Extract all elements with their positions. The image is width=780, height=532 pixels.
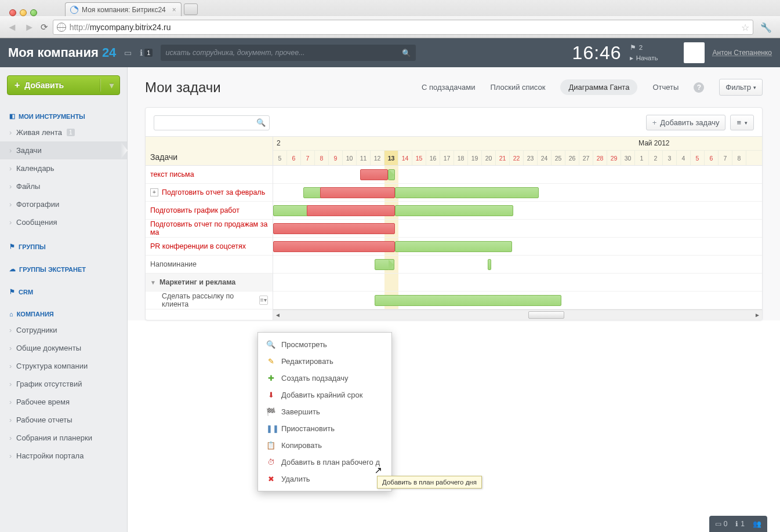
task-row[interactable]: Сделать рассылку по клиента≡▾ bbox=[146, 291, 273, 309]
tab-reports[interactable]: Отчеты bbox=[652, 83, 679, 92]
footer-info[interactable]: ℹ 1 bbox=[735, 520, 745, 528]
forward-icon[interactable]: ► bbox=[23, 21, 36, 34]
new-tab-button[interactable] bbox=[184, 3, 198, 15]
context-menu-item[interactable]: ✚Создать подзадачу bbox=[258, 370, 391, 387]
sidebar-item-structure[interactable]: Структура компании bbox=[0, 357, 127, 375]
sidebar-item-messages[interactable]: Сообщения bbox=[0, 213, 127, 231]
collapse-icon[interactable]: ▼ bbox=[150, 279, 156, 286]
close-window-icon[interactable] bbox=[9, 9, 16, 16]
maximize-window-icon[interactable] bbox=[30, 9, 37, 16]
gantt-bar[interactable] bbox=[375, 259, 394, 270]
day-cell: 8 bbox=[315, 151, 329, 165]
gantt-bar[interactable] bbox=[395, 187, 539, 198]
avatar[interactable] bbox=[684, 42, 705, 63]
add-task-button[interactable]: +Добавить задачу bbox=[646, 115, 726, 130]
context-menu-item[interactable]: ✎Редактировать bbox=[258, 353, 391, 370]
back-icon[interactable]: ◄ bbox=[6, 21, 19, 34]
footer-people-icon[interactable]: 👥 bbox=[753, 520, 761, 528]
browser-tab[interactable]: Моя компания: Битрикс24 × bbox=[65, 2, 182, 16]
filter-button[interactable]: Фильтр▾ bbox=[719, 79, 763, 96]
gantt-bar[interactable] bbox=[273, 205, 310, 216]
row-menu-icon[interactable]: ≡▾ bbox=[259, 296, 268, 305]
expand-icon[interactable]: + bbox=[150, 188, 158, 196]
gantt-bar[interactable] bbox=[307, 205, 395, 216]
sidebar-section-groups[interactable]: ⚑ГРУППЫ bbox=[0, 239, 127, 254]
gantt-bar[interactable] bbox=[273, 241, 395, 252]
sidebar-item-feed[interactable]: Живая лента1 bbox=[0, 123, 127, 141]
scroll-right-icon[interactable]: ► bbox=[753, 311, 762, 319]
chat-icon[interactable]: ▭ bbox=[124, 48, 132, 57]
scroll-left-icon[interactable]: ◄ bbox=[273, 311, 282, 319]
settings-wrench-icon[interactable]: 🔧 bbox=[758, 22, 774, 33]
gantt-bar[interactable] bbox=[395, 241, 512, 252]
plus-icon: + bbox=[14, 80, 20, 90]
gantt-chart: Задачи текст письма+Подготовить отчет за… bbox=[146, 136, 762, 320]
gantt-bar[interactable] bbox=[375, 295, 561, 306]
task-row[interactable]: +Подготовить отчет за февраль bbox=[146, 184, 273, 202]
caret-down-icon[interactable]: ▾ bbox=[110, 81, 114, 90]
context-menu-item[interactable]: 📋Копировать bbox=[258, 437, 391, 454]
sidebar-item-reports[interactable]: Рабочие отчеты bbox=[0, 411, 127, 429]
mac-window-controls[interactable] bbox=[3, 6, 42, 16]
app-logo[interactable]: Моя компания 24 bbox=[8, 45, 116, 60]
day-cell: 18 bbox=[454, 151, 468, 165]
address-bar[interactable]: http://mycompany.bitrix24.ru ☆ bbox=[53, 20, 753, 35]
footer-chat[interactable]: ▭ 0 bbox=[715, 520, 728, 528]
gantt-bar[interactable] bbox=[360, 169, 388, 180]
username[interactable]: Антон Степаненко bbox=[713, 49, 772, 57]
task-row[interactable]: Подготовить график работ bbox=[146, 202, 273, 220]
sidebar-item-employees[interactable]: Сотрудники bbox=[0, 321, 127, 339]
sidebar-item-docs[interactable]: Общие документы bbox=[0, 339, 127, 357]
task-row[interactable]: Напоминание bbox=[146, 256, 273, 274]
search-icon[interactable]: 🔍 bbox=[402, 49, 411, 57]
context-menu-item[interactable]: ⬇Добавить крайний срок bbox=[258, 387, 391, 403]
task-search-input[interactable]: 🔍 bbox=[154, 115, 270, 130]
sidebar-item-worktime[interactable]: Рабочее время bbox=[0, 393, 127, 411]
list-options-button[interactable]: ≡▾ bbox=[730, 115, 754, 130]
sidebar-item-files[interactable]: Файлы bbox=[0, 177, 127, 195]
scrollbar-thumb[interactable] bbox=[528, 311, 564, 319]
info-icon[interactable]: ℹ1 bbox=[140, 48, 153, 57]
menu-item-icon: ✎ bbox=[266, 357, 275, 366]
tab-flat[interactable]: Плоский список bbox=[490, 83, 545, 92]
sidebar-item-absence[interactable]: График отсутствий bbox=[0, 375, 127, 393]
horizontal-scrollbar[interactable]: ◄ ► bbox=[273, 309, 762, 320]
tab-gantt[interactable]: Диаграмма Ганта bbox=[560, 79, 637, 95]
minimize-window-icon[interactable] bbox=[20, 9, 27, 16]
sidebar-item-meetings[interactable]: Собрания и планерки bbox=[0, 429, 127, 447]
day-cell: 15 bbox=[412, 151, 426, 165]
sidebar-section-crm[interactable]: ⚑CRM bbox=[0, 285, 127, 299]
sidebar-item-tasks[interactable]: Задачи bbox=[0, 141, 127, 159]
task-row[interactable]: PR конференции в соцсетях bbox=[146, 238, 273, 256]
task-row[interactable]: текст письма bbox=[146, 166, 273, 184]
gantt-bar[interactable] bbox=[388, 169, 395, 180]
add-button[interactable]: + Добавить ▾ bbox=[7, 75, 120, 95]
sidebar-item-calendar[interactable]: Календарь bbox=[0, 159, 127, 177]
task-row[interactable]: Подготовить отчет по продажам за ма bbox=[146, 220, 273, 238]
sidebar-section-extranet[interactable]: ☁ГРУППЫ ЭКСТРАНЕТ bbox=[0, 262, 127, 276]
close-tab-icon[interactable]: × bbox=[172, 6, 176, 14]
sidebar-section-company[interactable]: ⌂КОМПАНИЯ bbox=[0, 307, 127, 321]
context-menu-item[interactable]: ✖Удалить bbox=[258, 471, 391, 487]
day-cell: 11 bbox=[357, 151, 371, 165]
tab-subtasks[interactable]: С подзадачами bbox=[422, 83, 476, 92]
gantt-tasks-header: Задачи bbox=[146, 137, 273, 166]
sidebar-item-settings[interactable]: Настройки портала bbox=[0, 447, 127, 465]
gantt-bar[interactable] bbox=[488, 259, 491, 270]
global-search[interactable]: искать сотрудника, документ, прочее... 🔍 bbox=[161, 45, 416, 61]
bookmark-star-icon[interactable]: ☆ bbox=[741, 22, 749, 33]
day-cell: 3 bbox=[663, 151, 677, 165]
gantt-bar[interactable] bbox=[273, 223, 395, 234]
context-menu-item[interactable]: 🔍Просмотреть bbox=[258, 336, 391, 353]
gantt-bar[interactable] bbox=[320, 187, 395, 198]
help-icon[interactable]: ? bbox=[694, 82, 704, 93]
task-row[interactable]: ▼Маркетинг и реклама bbox=[146, 274, 273, 291]
context-menu-item[interactable]: ❚❚Приостановить bbox=[258, 420, 391, 437]
gantt-bar[interactable] bbox=[395, 205, 513, 216]
reload-icon[interactable]: ⟳ bbox=[41, 22, 48, 32]
sidebar-section-tools[interactable]: ◧МОИ ИНСТРУМЕНТЫ bbox=[0, 109, 127, 123]
play-icon[interactable]: ▸ bbox=[630, 53, 633, 63]
sidebar-item-photos[interactable]: Фотографии bbox=[0, 195, 127, 213]
context-menu-item[interactable]: 🏁Завершить bbox=[258, 403, 391, 420]
context-menu-item[interactable]: ⏱Добавить в план рабочего д bbox=[258, 454, 391, 471]
